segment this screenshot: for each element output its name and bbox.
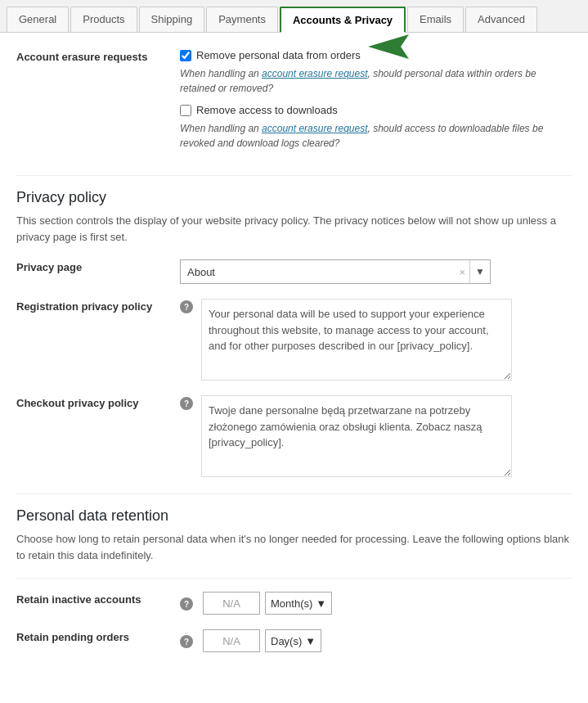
privacy-page-arrow[interactable]: ▼: [469, 260, 490, 283]
tabs-bar: General Products Shipping Payments Accou…: [0, 0, 588, 33]
svg-marker-0: [368, 34, 409, 59]
inactive-accounts-label: Retain inactive accounts: [16, 592, 180, 606]
inactive-accounts-unit-arrow: ▼: [316, 597, 326, 610]
privacy-page-row: Privacy page About × ▼: [16, 259, 572, 284]
registration-policy-textarea[interactable]: Your personal data will be used to suppo…: [201, 299, 512, 381]
inactive-accounts-unit-label: Month(s): [271, 597, 312, 610]
privacy-policy-heading: Privacy policy: [16, 175, 572, 206]
remove-downloads-row: Remove access to downloads: [180, 104, 572, 116]
pending-orders-inputs: ? Day(s) ▼: [180, 629, 572, 652]
erasure-link-2[interactable]: account erasure request: [262, 123, 367, 134]
tab-advanced[interactable]: Advanced: [465, 7, 537, 32]
remove-orders-label: Remove personal data from orders: [196, 49, 361, 61]
main-content: Account erasure requests Remove personal…: [0, 33, 588, 683]
remove-downloads-checkbox[interactable]: [180, 105, 191, 116]
account-erasure-content: Remove personal data from orders When ha…: [180, 49, 572, 159]
registration-policy-row: Registration privacy policy ? Your perso…: [16, 299, 572, 381]
checkout-policy-help[interactable]: ?: [180, 397, 193, 410]
checkout-policy-textarea[interactable]: Twoje dane personalne będą przetwarzane …: [201, 395, 512, 477]
arrow-indicator: [368, 34, 417, 59]
privacy-page-clear[interactable]: ×: [456, 266, 470, 278]
divider: [16, 578, 572, 579]
privacy-page-content: About × ▼: [180, 259, 572, 284]
privacy-page-label: Privacy page: [16, 259, 180, 273]
erasure-link-1[interactable]: account erasure request: [262, 68, 367, 79]
data-retention-desc: Choose how long to retain personal data …: [16, 531, 572, 563]
tab-general[interactable]: General: [7, 7, 69, 32]
data-retention-heading: Personal data retention: [16, 493, 572, 525]
privacy-page-value: About: [181, 263, 456, 282]
tab-emails[interactable]: Emails: [407, 7, 464, 32]
pending-orders-input[interactable]: [203, 629, 260, 652]
registration-policy-content: ? Your personal data will be used to sup…: [180, 299, 572, 381]
pending-orders-unit[interactable]: Day(s) ▼: [265, 629, 321, 652]
remove-downloads-hint: When handling an account erasure request…: [180, 121, 572, 151]
account-erasure-row: Account erasure requests Remove personal…: [16, 49, 572, 159]
remove-downloads-label: Remove access to downloads: [196, 104, 338, 116]
registration-policy-label: Registration privacy policy: [16, 299, 180, 313]
inactive-accounts-inputs: ? Month(s) ▼: [180, 592, 572, 615]
checkout-policy-row: Checkout privacy policy ? Twoje dane per…: [16, 395, 572, 477]
pending-orders-label: Retain pending orders: [16, 629, 180, 643]
inactive-accounts-unit[interactable]: Month(s) ▼: [265, 592, 332, 615]
pending-orders-help[interactable]: ?: [180, 635, 193, 648]
remove-orders-checkbox[interactable]: [180, 50, 191, 61]
registration-policy-help[interactable]: ?: [180, 300, 193, 313]
tab-payments[interactable]: Payments: [206, 7, 278, 32]
pending-orders-row: Retain pending orders ? Day(s) ▼: [16, 629, 572, 652]
privacy-page-select[interactable]: About × ▼: [180, 259, 491, 284]
pending-orders-unit-label: Day(s): [271, 635, 302, 647]
remove-orders-hint: When handling an account erasure request…: [180, 66, 572, 96]
inactive-accounts-row: Retain inactive accounts ? Month(s) ▼: [16, 592, 572, 615]
inactive-accounts-help[interactable]: ?: [180, 597, 193, 611]
inactive-accounts-input[interactable]: [203, 592, 260, 615]
tab-shipping[interactable]: Shipping: [139, 7, 205, 32]
pending-orders-content: ? Day(s) ▼: [180, 629, 572, 652]
inactive-accounts-content: ? Month(s) ▼: [180, 592, 572, 615]
tab-accounts-privacy[interactable]: Accounts & Privacy: [280, 7, 406, 32]
tab-products[interactable]: Products: [70, 7, 137, 32]
privacy-policy-desc: This section controls the display of you…: [16, 213, 572, 245]
account-erasure-label: Account erasure requests: [16, 49, 180, 63]
checkout-policy-label: Checkout privacy policy: [16, 395, 180, 409]
pending-orders-unit-arrow: ▼: [305, 635, 316, 647]
checkout-policy-content: ? Twoje dane personalne będą przetwarzan…: [180, 395, 572, 477]
